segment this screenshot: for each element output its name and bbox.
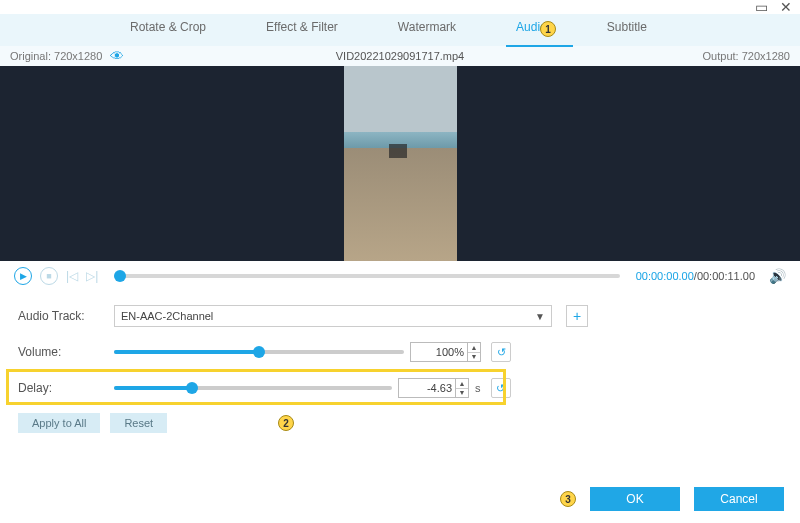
time-current: 00:00:00.00: [636, 270, 694, 282]
cancel-button[interactable]: Cancel: [694, 487, 784, 511]
tab-rotate-crop[interactable]: Rotate & Crop: [130, 20, 206, 40]
seek-knob[interactable]: [114, 270, 126, 282]
meta-bar: Original: 720x1280 👁 VID20221029091717.m…: [0, 46, 800, 66]
callout-3: 3: [560, 491, 576, 507]
apply-to-all-button[interactable]: Apply to All: [18, 413, 100, 433]
chevron-down-icon: ▼: [535, 311, 545, 322]
play-icon[interactable]: ▶: [14, 267, 32, 285]
volume-slider[interactable]: [114, 350, 404, 354]
audio-track-label: Audio Track:: [18, 309, 114, 323]
tab-bar: Rotate & Crop Effect & Filter Watermark …: [0, 14, 800, 46]
volume-spinner[interactable]: ▲▼: [467, 342, 481, 362]
delay-knob[interactable]: [186, 382, 198, 394]
maximize-icon[interactable]: ▭: [755, 0, 768, 14]
audio-track-value: EN-AAC-2Channel: [121, 310, 213, 322]
audio-track-select[interactable]: EN-AAC-2Channel ▼: [114, 305, 552, 327]
audio-track-row: Audio Track: EN-AAC-2Channel ▼ +: [18, 305, 782, 327]
volume-reset-button[interactable]: ↺: [491, 342, 511, 362]
window-controls: ▭ ✕: [0, 0, 800, 14]
volume-icon[interactable]: 🔊: [769, 268, 786, 284]
delay-row: Delay: -4.63 ▲▼ s ↺: [18, 377, 782, 399]
spinner-down-icon[interactable]: ▼: [456, 389, 468, 398]
delay-slider[interactable]: [114, 386, 392, 390]
video-preview: [0, 66, 800, 261]
callout-2: 2: [278, 415, 294, 431]
delay-fill: [114, 386, 192, 390]
player-bar: ▶ ■ |◁ ▷| 00:00:00.00/00:00:11.00 🔊: [0, 261, 800, 291]
volume-label: Volume:: [18, 345, 114, 359]
spinner-up-icon[interactable]: ▲: [468, 343, 480, 353]
prev-frame-icon[interactable]: |◁: [66, 269, 78, 283]
delay-unit: s: [475, 382, 481, 394]
video-thumbnail: [344, 66, 457, 261]
callout-1: 1: [540, 21, 556, 37]
preview-visibility-icon[interactable]: 👁: [110, 48, 124, 64]
reset-button[interactable]: Reset: [110, 413, 167, 433]
volume-row: Volume: 100% ▲▼ ↺: [18, 341, 782, 363]
footer-buttons: 3 OK Cancel: [560, 487, 784, 511]
audio-controls: Audio Track: EN-AAC-2Channel ▼ + Volume:…: [0, 291, 800, 439]
delay-label: Delay:: [18, 381, 114, 395]
add-audio-track-button[interactable]: +: [566, 305, 588, 327]
action-row: Apply to All Reset 2: [18, 413, 782, 433]
volume-knob[interactable]: [253, 346, 265, 358]
volume-value[interactable]: 100%: [410, 342, 468, 362]
original-dimensions: Original: 720x1280: [10, 50, 102, 62]
volume-fill: [114, 350, 259, 354]
ok-button[interactable]: OK: [590, 487, 680, 511]
tab-subtitle[interactable]: Subtitle: [607, 20, 647, 40]
tab-effect-filter[interactable]: Effect & Filter: [266, 20, 338, 40]
time-total: /00:00:11.00: [694, 270, 755, 282]
spinner-up-icon[interactable]: ▲: [456, 379, 468, 389]
delay-spinner[interactable]: ▲▼: [455, 378, 469, 398]
seek-bar[interactable]: [114, 274, 619, 278]
time-display: 00:00:00.00/00:00:11.00: [636, 270, 755, 282]
stop-icon[interactable]: ■: [40, 267, 58, 285]
close-icon[interactable]: ✕: [780, 0, 792, 14]
delay-reset-button[interactable]: ↺: [491, 378, 511, 398]
filename: VID20221029091717.mp4: [336, 50, 464, 62]
output-dimensions: Output: 720x1280: [703, 50, 790, 62]
tab-watermark[interactable]: Watermark: [398, 20, 456, 40]
next-frame-icon[interactable]: ▷|: [86, 269, 98, 283]
spinner-down-icon[interactable]: ▼: [468, 353, 480, 362]
delay-value[interactable]: -4.63: [398, 378, 456, 398]
